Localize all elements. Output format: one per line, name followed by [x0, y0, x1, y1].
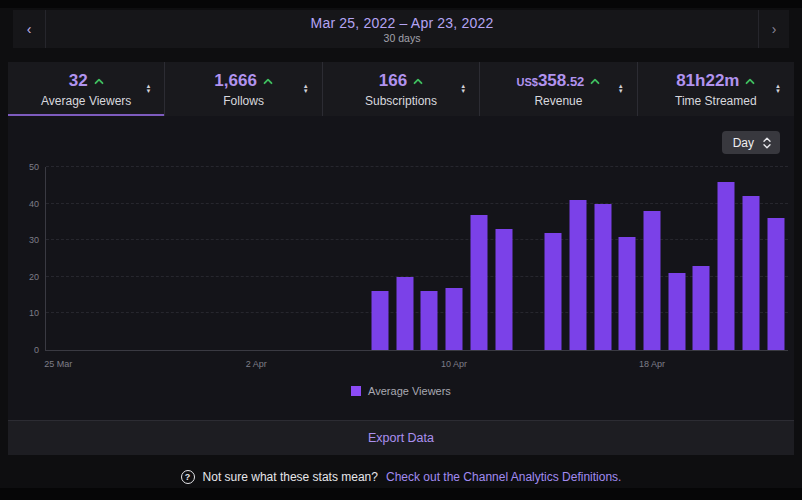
stat-stepper-icon[interactable]: ▲▼ — [775, 84, 781, 94]
stat-stepper-icon[interactable]: ▲▼ — [145, 84, 151, 94]
stat-stepper-icon[interactable]: ▲▼ — [303, 84, 309, 94]
x-axis-label: 10 Apr — [441, 359, 467, 369]
x-axis-label: 2 Apr — [246, 359, 267, 369]
bar[interactable] — [693, 266, 710, 350]
x-axis-label: 18 Apr — [639, 359, 665, 369]
footer-text: Not sure what these stats mean? — [203, 470, 378, 484]
stat-value: 1,666 — [214, 71, 257, 91]
stats-tabs: 32 Average Viewers ▲▼ 1,666 Follows ▲▼ — [8, 62, 794, 116]
bar[interactable] — [619, 237, 636, 350]
bar[interactable] — [718, 182, 735, 350]
gridline — [46, 239, 788, 240]
stat-value-prefix: US$ — [516, 76, 537, 88]
bar[interactable] — [643, 211, 660, 350]
prev-date-range-button[interactable]: ‹ — [13, 10, 46, 48]
export-data-button[interactable]: Export Data — [8, 420, 794, 455]
stat-stepper-icon[interactable]: ▲▼ — [618, 84, 624, 94]
tab-follows[interactable]: 1,666 Follows ▲▼ — [164, 62, 321, 116]
y-axis-label: 40 — [29, 199, 39, 209]
bar[interactable] — [545, 233, 562, 350]
trend-up-icon — [590, 78, 600, 85]
export-data-label: Export Data — [368, 431, 434, 445]
stat-value: 32 — [69, 71, 88, 91]
stat-label: Average Viewers — [41, 94, 131, 108]
chevron-right-icon: › — [772, 21, 777, 37]
date-range-bar: ‹ Mar 25, 2022 – Apr 23, 2022 30 days › — [13, 10, 789, 48]
stat-value-main: 166 — [379, 71, 407, 91]
stat-label: Follows — [223, 94, 264, 108]
bar[interactable] — [668, 273, 685, 350]
y-axis-label: 0 — [34, 345, 39, 355]
help-footer: ? Not sure what these stats mean? Check … — [0, 455, 802, 499]
tab-time-streamed[interactable]: 81h22m Time Streamed ▲▼ — [637, 62, 794, 116]
analytics-definitions-link[interactable]: Check out the Channel Analytics Definiti… — [386, 470, 621, 484]
next-date-range-button[interactable]: › — [758, 10, 789, 48]
stat-value: 166 — [379, 71, 407, 91]
bar[interactable] — [470, 215, 487, 350]
interval-select[interactable]: Day — [722, 131, 780, 154]
stat-value: 81h22m — [676, 71, 739, 91]
stat-label: Subscriptions — [365, 94, 437, 108]
chevron-left-icon: ‹ — [27, 21, 32, 37]
bar[interactable] — [767, 218, 784, 350]
stat-value-main: 32 — [69, 71, 88, 91]
bar[interactable] — [396, 277, 413, 350]
plot-area: 0102030405025 Mar2 Apr10 Apr18 Apr — [45, 167, 788, 351]
date-range-title: Mar 25, 2022 – Apr 23, 2022 — [311, 15, 494, 31]
trend-up-icon — [263, 78, 273, 85]
stat-value-suffix: .52 — [566, 74, 584, 89]
bar[interactable] — [421, 291, 438, 350]
tab-subscriptions[interactable]: 166 Subscriptions ▲▼ — [322, 62, 479, 116]
analytics-panel: 32 Average Viewers ▲▼ 1,666 Follows ▲▼ — [8, 62, 794, 455]
date-range-subtitle: 30 days — [384, 32, 421, 44]
x-axis-label: 25 Mar — [44, 359, 72, 369]
y-axis-label: 30 — [29, 235, 39, 245]
chevron-up-down-icon — [763, 137, 771, 149]
stat-value-main: 1,666 — [214, 71, 257, 91]
trend-up-icon — [413, 78, 423, 85]
stat-value-main: 81h22m — [676, 71, 739, 91]
date-range-header: Mar 25, 2022 – Apr 23, 2022 30 days — [46, 10, 758, 48]
y-axis-label: 50 — [29, 162, 39, 172]
gridline — [46, 203, 788, 204]
y-axis-label: 20 — [29, 272, 39, 282]
stat-value-main: 358 — [538, 71, 566, 91]
legend-label: Average Viewers — [368, 385, 451, 397]
bar[interactable] — [371, 291, 388, 350]
bar[interactable] — [495, 229, 512, 350]
bar[interactable] — [742, 196, 759, 350]
stat-stepper-icon[interactable]: ▲▼ — [460, 84, 466, 94]
bar[interactable] — [594, 204, 611, 350]
bar[interactable] — [569, 200, 586, 350]
chart-panel: Day 0102030405025 Mar2 Apr10 Apr18 Apr A… — [8, 116, 794, 420]
bar[interactable] — [446, 288, 463, 350]
chart-legend: Average Viewers — [8, 385, 794, 397]
trend-up-icon — [745, 78, 755, 85]
gridline — [46, 166, 788, 167]
interval-select-value: Day — [733, 136, 754, 150]
stat-value: US$358.52 — [516, 71, 584, 91]
trend-up-icon — [94, 78, 104, 85]
stat-label: Revenue — [534, 94, 582, 108]
stat-label: Time Streamed — [675, 94, 757, 108]
legend-swatch — [351, 386, 361, 396]
tab-revenue[interactable]: US$358.52 Revenue ▲▼ — [479, 62, 636, 116]
help-circle-icon: ? — [181, 470, 195, 484]
tab-average-viewers[interactable]: 32 Average Viewers ▲▼ — [8, 62, 164, 116]
y-axis-label: 10 — [29, 308, 39, 318]
